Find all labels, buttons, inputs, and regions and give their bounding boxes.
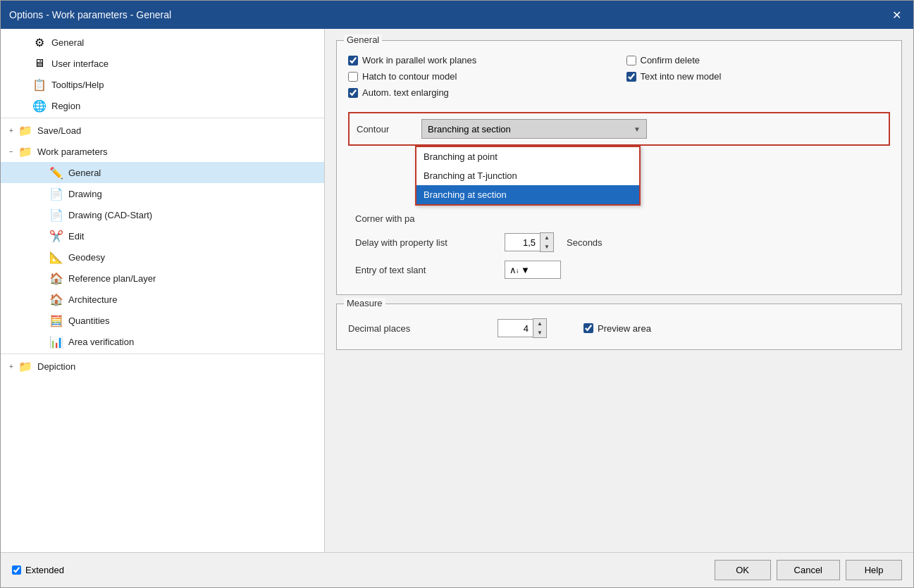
decimal-down-arrow[interactable]: ▼ [533, 328, 546, 337]
general-group: General Work in parallel work planes Con… [336, 40, 902, 295]
sidebar-item-architecture[interactable]: 🏠 Architecture [1, 289, 324, 310]
contour-option-point[interactable]: Branching at point [416, 147, 639, 166]
text-slant-dropdown[interactable]: ∧ᵢ ▼ [505, 261, 561, 279]
autom-text-row: Autom. text enlarging [348, 87, 612, 98]
sidebar-item-area[interactable]: 📊 Area verification [1, 331, 324, 352]
expander-reference [37, 273, 47, 283]
sidebar-label-ui: User interface [51, 58, 109, 69]
expander-wp-general [37, 168, 47, 177]
delay-down-arrow[interactable]: ▼ [541, 242, 553, 251]
sidebar-label-tooltips: Tooltips/Help [51, 80, 104, 90]
corner-label: Corner with pa [355, 213, 496, 224]
sidebar-label-wp-general: General [68, 168, 101, 178]
sidebar-label-edit: Edit [68, 231, 84, 242]
autom-text-checkbox[interactable] [348, 88, 358, 98]
expander-region [20, 101, 30, 111]
sidebar-item-work-parameters[interactable]: − 📁 Work parameters [1, 141, 324, 162]
decimal-spinner-arrows: ▲ ▼ [533, 318, 547, 338]
sidebar-item-user-interface[interactable]: 🖥 User interface [1, 53, 324, 74]
sidebar-item-geodesy[interactable]: 📐 Geodesy [1, 246, 324, 268]
sidebar-label-quantities: Quantities [68, 315, 110, 326]
architecture-icon: 🏠 [49, 292, 64, 307]
expander-architecture [37, 294, 47, 304]
text-slant-label: Entry of text slant [355, 265, 496, 275]
help-button[interactable]: Help [846, 560, 902, 580]
expander-tooltips [20, 80, 30, 89]
sidebar-label-geodesy: Geodesy [68, 252, 105, 263]
contour-label: Contour [357, 124, 413, 135]
parallel-planes-row: Work in parallel work planes [348, 55, 612, 65]
sidebar-item-general[interactable]: ⚙ General [1, 32, 324, 53]
text-slant-row: Entry of text slant ∧ᵢ ▼ [348, 256, 890, 283]
general-group-title: General [344, 35, 382, 45]
expander-area [37, 337, 47, 346]
sidebar-item-depiction[interactable]: + 📁 Depiction [1, 356, 324, 377]
sidebar-label-work-params: Work parameters [37, 146, 107, 157]
slant-icon: ∧ᵢ [510, 265, 518, 275]
sidebar-label-area: Area verification [68, 337, 134, 347]
cancel-button[interactable]: Cancel [777, 560, 840, 580]
text-new-model-checkbox[interactable] [626, 72, 636, 82]
sidebar-label-drawing: Drawing [68, 189, 102, 199]
contour-selected-value: Branching at section [428, 124, 511, 135]
bottom-bar: Extended OK Cancel Help [1, 552, 913, 587]
contour-row: Contour Branching at section ▼ [348, 112, 890, 146]
main-content: ⚙ General 🖥 User interface 📋 Tooltips/He… [1, 29, 913, 552]
pencil-icon: ✏️ [49, 165, 64, 180]
sidebar-item-wp-general[interactable]: ✏️ General [1, 162, 324, 183]
sidebar-label-region: Region [51, 101, 80, 111]
autom-text-label: Autom. text enlarging [362, 87, 449, 98]
decimal-input[interactable] [498, 319, 533, 337]
doc-icon-cad: 📄 [49, 207, 64, 223]
contour-option-section[interactable]: Branching at section [416, 185, 639, 204]
expander-ui [20, 58, 30, 68]
gear-icon: ⚙ [32, 35, 47, 50]
decimal-up-arrow[interactable]: ▲ [533, 319, 546, 328]
close-button[interactable]: ✕ [888, 6, 905, 23]
delay-spinner-arrows: ▲ ▼ [540, 232, 554, 252]
text-new-model-label: Text into new model [641, 71, 722, 82]
sidebar-label-reference: Reference plan/Layer [68, 273, 156, 284]
preview-area-checkbox[interactable] [583, 323, 593, 333]
hatch-contour-checkbox[interactable] [348, 72, 358, 82]
decimal-spinner: ▲ ▼ [498, 318, 547, 338]
extended-checkbox[interactable] [12, 565, 21, 575]
window-title: Options - Work parameters - General [9, 9, 171, 20]
sidebar-item-region[interactable]: 🌐 Region [1, 95, 324, 116]
hatch-contour-label: Hatch to contour model [362, 71, 457, 82]
calc-icon: 🧮 [49, 313, 64, 328]
confirm-delete-checkbox[interactable] [626, 56, 636, 65]
ok-button[interactable]: OK [715, 560, 771, 580]
sidebar-item-save-load[interactable]: + 📁 Save/Load [1, 120, 324, 141]
doc-icon-drawing: 📄 [49, 186, 64, 201]
sidebar-label-save-load: Save/Load [37, 125, 81, 136]
parallel-planes-label: Work in parallel work planes [362, 55, 476, 65]
contour-option-tjunction[interactable]: Branching at T-junction [416, 166, 639, 185]
parallel-planes-checkbox[interactable] [348, 56, 358, 65]
globe-icon: 🌐 [32, 98, 47, 113]
sidebar-item-quantities[interactable]: 🧮 Quantities [1, 310, 324, 331]
hatch-contour-row: Hatch to contour model [348, 71, 612, 82]
dropdown-arrow-icon: ▼ [634, 125, 641, 133]
expander-drawing-cad [37, 210, 47, 220]
sidebar: ⚙ General 🖥 User interface 📋 Tooltips/He… [1, 29, 325, 552]
delay-input[interactable] [505, 233, 540, 251]
sidebar-item-drawing[interactable]: 📄 Drawing [1, 183, 324, 204]
delay-up-arrow[interactable]: ▲ [541, 233, 553, 242]
sidebar-label-depiction: Depiction [37, 361, 75, 372]
contour-section: Contour Branching at section ▼ Branching… [348, 112, 890, 146]
sidebar-label-architecture: Architecture [68, 294, 117, 305]
expander-edit [37, 231, 47, 241]
sidebar-item-reference[interactable]: 🏠 Reference plan/Layer [1, 268, 324, 289]
contour-dropdown-menu: Branching at point Branching at T-juncti… [415, 146, 641, 206]
sidebar-item-drawing-cad[interactable]: 📄 Drawing (CAD-Start) [1, 204, 324, 225]
decimal-places-label: Decimal places [348, 323, 489, 334]
sidebar-item-tooltips[interactable]: 📋 Tooltips/Help [1, 74, 324, 95]
contour-dropdown[interactable]: Branching at section ▼ [421, 119, 647, 139]
extended-label: Extended [25, 565, 64, 575]
sidebar-item-edit[interactable]: ✂️ Edit [1, 225, 324, 246]
bottom-left: Extended [12, 565, 64, 575]
slant-dropdown-arrow: ▼ [521, 265, 530, 275]
expander-quantities [37, 315, 47, 325]
main-window: Options - Work parameters - General ✕ ⚙ … [0, 0, 914, 588]
